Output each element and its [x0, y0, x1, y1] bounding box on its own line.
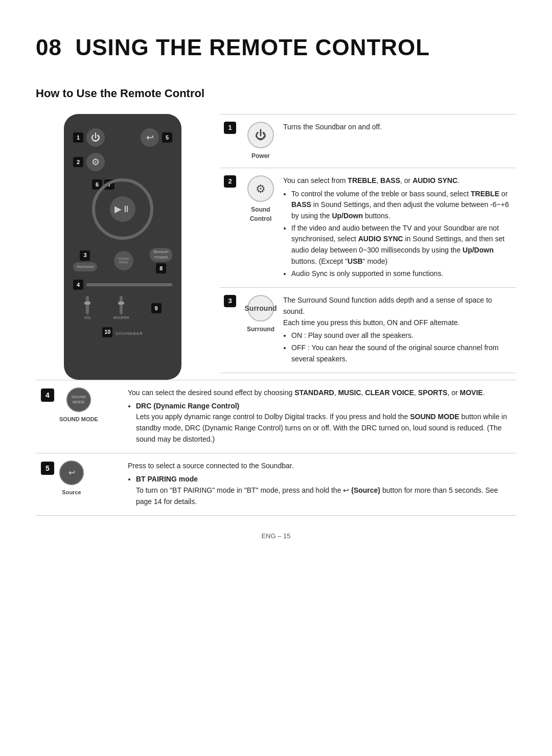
section-badge-5: 5 — [41, 462, 54, 475]
remote-badge-3: 3 — [80, 250, 90, 261]
remote-body: 1 ⏻ ↩ 5 2 ⚙ ▶⏸ — [64, 114, 181, 380]
remote-surround-row: 3 Surround SOUNDMODE BluetoothPOWER 8 — [73, 248, 172, 273]
sound-control-label: Sound Control — [240, 205, 281, 223]
remote-bluetooth-button[interactable]: BluetoothPOWER — [150, 248, 172, 262]
source-icon-label: Source — [62, 488, 81, 497]
sound-mode-icon-label: SOUND MODE — [59, 415, 98, 424]
remote-sound-mode-button[interactable]: SOUNDMODE — [114, 251, 133, 270]
remote-slider-bar — [86, 283, 172, 286]
remote-sound-mode-area: SOUNDMODE — [114, 251, 133, 270]
source-remote-icon: ↩ — [59, 461, 84, 485]
desc-icon-col-2: ⚙ Sound Control — [240, 175, 281, 223]
desc-row-2: 2 ⚙ Sound Control You can select from TR… — [220, 168, 516, 288]
remote-dpad-center[interactable]: ▶⏸ — [110, 196, 135, 222]
remote-badge-5: 5 — [162, 132, 172, 143]
desc-icon-col-3: Surround Surround — [240, 295, 281, 334]
remote-vol-slider: VOL — [84, 296, 91, 321]
sound-mode-icon-col: SOUNDMODE SOUND MODE — [59, 387, 98, 424]
remote-vol-knob — [84, 302, 90, 305]
sound-mode-remote-icon: SOUNDMODE — [66, 387, 91, 412]
desc-text-3: The Surround Sound function adds depth a… — [283, 295, 512, 365]
bottom-text-4: You can select the desired sound effect … — [128, 387, 511, 446]
remote-badge-9: 9 — [151, 303, 162, 313]
desc-table: 1 ⏻ Power Turns the Soundbar on and off.… — [220, 114, 516, 373]
section-title: How to Use the Remote Control — [36, 85, 516, 102]
bottom-row-4-left: 4 SOUNDMODE SOUND MODE — [41, 387, 123, 446]
remote-illustration: 1 ⏻ ↩ 5 2 ⚙ ▶⏸ — [36, 114, 210, 380]
desc-row-3: 3 Surround Surround The Surround Sound f… — [220, 288, 516, 373]
desc-text-2: You can select from TREBLE, BASS, or AUD… — [283, 175, 512, 280]
source-icon-col: ↩ Source — [59, 461, 84, 497]
bottom-row-5-left: 5 ↩ Source — [41, 461, 123, 508]
sound-control-icon: ⚙ — [247, 175, 274, 202]
bottom-row-4: 4 SOUNDMODE SOUND MODE You can select th… — [36, 380, 516, 453]
page-title: 08 USING THE REMOTE CONTROL — [36, 31, 516, 64]
remote-sound-control-button[interactable]: ⚙ — [86, 153, 105, 171]
remote-soundbar-label: SOUNDBAR — [116, 331, 143, 337]
remote-badge-10: 10 — [102, 327, 112, 337]
description-panel: 1 ⏻ Power Turns the Soundbar on and off.… — [220, 114, 516, 380]
callout-badge-3: 3 — [224, 295, 236, 307]
footer-text: ENG – 15 — [261, 532, 290, 540]
remote-dpad: ▶⏸ 6 7 — [92, 178, 153, 240]
remote-source-button[interactable]: ↩ — [141, 128, 159, 147]
callout-badge-1: 1 — [224, 122, 236, 134]
remote-power-button[interactable]: ⏻ — [86, 128, 105, 147]
remote-woofer-label: WOOFER — [113, 315, 129, 321]
surround-label: Surround — [247, 325, 274, 334]
remote-vol-woofer-row: VOL WOOFER 9 — [73, 296, 172, 321]
bottom-text-5: Press to select a source connected to th… — [128, 461, 511, 508]
desc-icon-col-1: ⏻ Power — [240, 122, 281, 161]
desc-row-1: 1 ⏻ Power Turns the Soundbar on and off. — [220, 114, 516, 168]
remote-badge-1: 1 — [73, 132, 83, 143]
remote-badge-4: 4 — [73, 280, 83, 290]
page-footer: ENG – 15 — [36, 531, 516, 541]
remote-top-row: 1 ⏻ ↩ 5 — [73, 128, 172, 147]
bottom-row-5: 5 ↩ Source Press to select a source conn… — [36, 453, 516, 516]
remote-vol-track — [86, 296, 89, 314]
sound-mode-label: SOUNDMODE — [118, 257, 129, 264]
remote-woofer-track — [120, 296, 123, 314]
power-icon: ⏻ — [247, 122, 274, 148]
surround-icon: Surround — [247, 295, 274, 322]
remote-woofer-knob — [118, 302, 124, 305]
desc-text-1: Turns the Soundbar on and off. — [283, 122, 512, 161]
remote-badge-8: 8 — [156, 263, 166, 273]
section-badge-4: 4 — [41, 388, 54, 402]
title-text: USING THE REMOTE CONTROL — [75, 35, 430, 60]
callout-badge-2: 2 — [224, 175, 236, 188]
remote-surround-button[interactable]: Surround — [73, 262, 97, 271]
remote-woofer-slider: WOOFER — [113, 296, 129, 321]
power-label: Power — [251, 151, 270, 161]
remote-vol-label: VOL — [84, 315, 91, 321]
bottom-rows: 4 SOUNDMODE SOUND MODE You can select th… — [36, 380, 516, 516]
diagram-section: 1 ⏻ ↩ 5 2 ⚙ ▶⏸ — [36, 114, 516, 380]
chapter-number: 08 — [36, 35, 62, 60]
remote-badge-2: 2 — [73, 157, 83, 167]
